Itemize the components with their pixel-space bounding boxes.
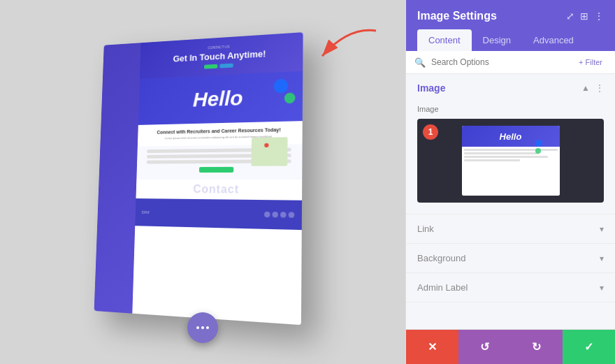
search-bar: 🔍 + Filter (406, 51, 615, 74)
settings-panel: Image Settings ⤢ ⊞ ⋮ Content Design Adva… (405, 0, 615, 364)
thumb-header: Hello (462, 126, 560, 147)
tab-advanced[interactable]: Advanced (522, 29, 585, 51)
chevron-up-icon: ▲ (581, 83, 590, 93)
thumb-line-3 (464, 156, 549, 158)
thumb-body (462, 147, 560, 196)
page-hero: Hello (138, 71, 303, 124)
grid-icon[interactable]: ⊞ (580, 10, 588, 22)
page-form (136, 143, 302, 179)
filter-label: + Filter (579, 58, 602, 66)
image-section-title: Image (417, 82, 445, 94)
image-label: Image (417, 105, 604, 113)
header-btn-green (204, 64, 217, 68)
page-map (252, 136, 288, 166)
map-pin (264, 143, 268, 147)
panel-title-row: Image Settings ⤢ ⊞ ⋮ (417, 10, 604, 22)
fab-button[interactable] (187, 312, 218, 343)
admin-label-chevron-icon: ▾ (600, 283, 604, 293)
undo-icon: ↺ (480, 340, 489, 354)
social-icon-4 (289, 211, 295, 217)
submit-btn (199, 166, 233, 172)
image-section-content: Image Hello (406, 102, 615, 214)
background-section[interactable]: Background ▾ (406, 244, 615, 273)
image-thumbnail-container[interactable]: Hello 1 (417, 119, 604, 203)
header-btn-blue (219, 63, 233, 68)
thumb-hello-text: Hello (500, 131, 522, 142)
background-chevron-icon: ▾ (600, 254, 604, 263)
image-thumbnail: Hello (462, 126, 560, 196)
save-button[interactable]: ✓ (563, 330, 615, 364)
canvas-area: CONTACT US Get In Touch Anytime! Hello C… (0, 0, 405, 364)
tab-design[interactable]: Design (472, 29, 522, 51)
cancel-button[interactable]: ✕ (406, 330, 458, 364)
link-chevron-icon: ▾ (600, 224, 604, 234)
panel-title-icons: ⤢ ⊞ ⋮ (566, 10, 604, 22)
redo-button[interactable]: ↻ (511, 330, 563, 364)
redo-icon: ↻ (532, 340, 541, 354)
fab-dot-2 (201, 326, 204, 329)
fab-dot-3 (206, 326, 209, 329)
social-icon-2 (273, 211, 278, 217)
link-section-title: Link (417, 224, 434, 234)
arrow-annotation (314, 21, 384, 80)
thumb-line-2 (464, 152, 539, 154)
footer-social (264, 211, 294, 217)
image-section-header[interactable]: Image ▲ ⋮ (406, 74, 615, 102)
page-header-buttons (204, 63, 233, 68)
panel-header: Image Settings ⤢ ⊞ ⋮ Content Design Adva… (406, 0, 615, 51)
footer-logo: DIVI (142, 210, 150, 214)
expand-icon[interactable]: ⤢ (566, 10, 574, 22)
section-more-icon[interactable]: ⋮ (595, 83, 604, 93)
circle-blue (273, 78, 288, 93)
panel-body: Image ▲ ⋮ Image Hello (406, 74, 615, 329)
page-footer: DIVI (135, 198, 302, 229)
page-preview: CONTACT US Get In Touch Anytime! Hello C… (94, 32, 303, 325)
undo-button[interactable]: ↺ (458, 330, 511, 364)
thumb-circles (535, 140, 542, 154)
save-icon: ✓ (584, 340, 593, 354)
page-hero-title: Hello (193, 86, 243, 111)
thumb-line-4 (464, 159, 520, 161)
search-input[interactable] (431, 57, 569, 67)
panel-toolbar: ✕ ↺ ↻ ✓ (406, 329, 615, 364)
more-icon[interactable]: ⋮ (594, 10, 604, 22)
search-icon: 🔍 (414, 57, 426, 68)
circle-green (284, 92, 296, 103)
filter-button[interactable]: + Filter (574, 57, 607, 68)
page-content: CONTACT US Get In Touch Anytime! Hello C… (132, 32, 303, 325)
page-header-small-text: CONTACT US (208, 44, 229, 50)
admin-label-section[interactable]: Admin Label ▾ (406, 273, 615, 303)
image-badge: 1 (423, 124, 438, 140)
social-icon-1 (264, 211, 270, 217)
panel-tabs: Content Design Advanced (417, 29, 604, 51)
page-contact-text: Contact (136, 179, 302, 200)
panel-title: Image Settings (417, 10, 497, 22)
fab-dots (196, 326, 209, 329)
fab-dot-1 (196, 326, 199, 329)
arrow-svg (308, 13, 390, 85)
thumb-line-1 (464, 149, 558, 151)
page-subtitle: Connect with Recruiters and Career Resou… (147, 126, 291, 134)
link-section[interactable]: Link ▾ (406, 214, 615, 244)
tab-content[interactable]: Content (417, 29, 472, 51)
cancel-icon: ✕ (428, 340, 437, 354)
page-preview-wrapper: CONTACT US Get In Touch Anytime! Hello C… (91, 36, 314, 329)
page-header-title: Get In Touch Anytime! (173, 48, 266, 63)
admin-label-section-title: Admin Label (417, 282, 468, 293)
background-section-title: Background (417, 253, 465, 263)
image-section: Image ▲ ⋮ Image Hello (406, 74, 615, 214)
thumb-circle-blue (535, 140, 542, 147)
thumb-circle-green (535, 148, 541, 154)
section-header-icons: ▲ ⋮ (581, 83, 604, 93)
social-icon-3 (280, 211, 287, 217)
